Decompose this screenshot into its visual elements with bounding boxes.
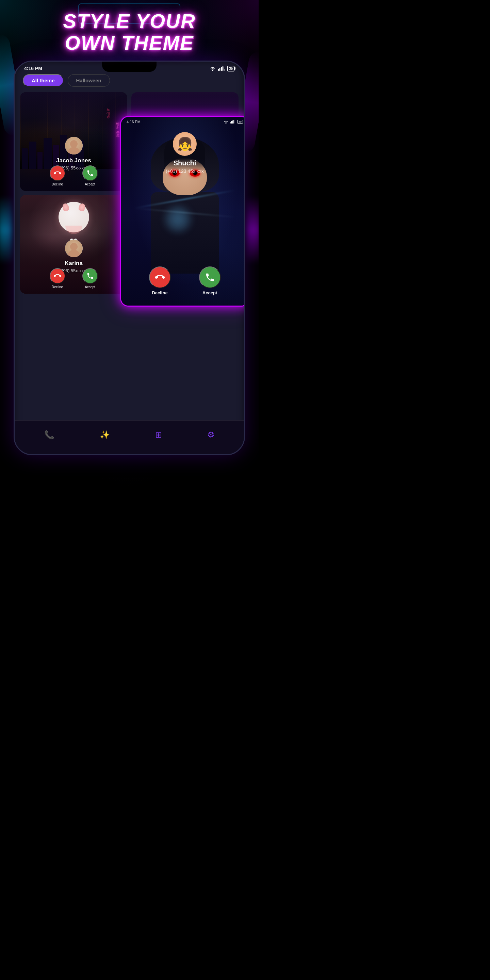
anime-avatar-emoji: 👧 <box>177 137 193 151</box>
phone-container: 4:16 PM 35 All theme Hallowe <box>14 60 245 455</box>
anime-accept-group: Accept <box>199 266 221 295</box>
decline-phone-icon <box>54 169 61 177</box>
karina-name: Karina <box>20 260 127 267</box>
karina-decline-icon <box>54 272 61 280</box>
anime-accept-phone-icon <box>205 272 215 282</box>
jacob-decline-group: Decline <box>50 165 65 186</box>
anime-decline-button[interactable] <box>149 266 171 288</box>
karina-call-buttons: Decline Accept <box>20 268 127 289</box>
anime-decline-phone-icon <box>155 272 165 282</box>
jacob-decline-button[interactable] <box>50 165 65 181</box>
svg-rect-3 <box>222 66 223 71</box>
nav-theme[interactable]: ✨ <box>100 430 110 440</box>
bottom-navigation: 📞 ✨ ⊞ ⚙ <box>14 420 244 454</box>
settings-nav-icon: ⚙ <box>207 430 215 440</box>
anime-status-time: 4:16 PM <box>127 120 140 124</box>
accept-phone-icon <box>86 169 94 177</box>
svg-rect-2 <box>221 67 222 71</box>
anime-wifi-icon <box>224 120 228 124</box>
jacob-name: Jacob Jones <box>20 157 127 164</box>
jacob-call-buttons: Decline Accept <box>20 165 127 186</box>
signal-icon <box>218 66 225 71</box>
phone-notch <box>102 62 156 72</box>
anime-accept-button[interactable] <box>199 266 221 288</box>
svg-rect-4 <box>224 69 225 71</box>
anime-decline-group: Decline <box>149 266 171 295</box>
anime-status-bar: 4:16 PM 35 <box>121 117 245 125</box>
svg-rect-0 <box>218 69 219 71</box>
jacob-accept-label: Accept <box>85 182 95 186</box>
tab-all-theme[interactable]: All theme <box>23 74 64 87</box>
status-icons: 35 <box>210 66 234 72</box>
nav-call[interactable]: 📞 <box>44 430 54 440</box>
phone-frame: 4:16 PM 35 All theme Hallowe <box>14 60 245 455</box>
nav-settings[interactable]: ⚙ <box>207 430 215 440</box>
karina-decline-label: Decline <box>52 285 63 289</box>
svg-rect-7 <box>232 121 233 124</box>
anime-contact-info: Shuchi (+01) 123 45x xxx <box>121 159 245 174</box>
tab-halloween[interactable]: Halloween <box>68 74 110 87</box>
header: STYLE YOUR OWN THEME <box>0 0 259 60</box>
karina-accept-group: Accept <box>82 268 98 289</box>
jacob-avatar-image <box>65 137 83 154</box>
karina-decline-button[interactable] <box>50 268 65 284</box>
tab-bar: All theme Halloween <box>14 74 244 92</box>
svg-rect-5 <box>230 122 231 124</box>
neon-side-left <box>0 196 12 264</box>
karina-decline-group: Decline <box>50 268 65 289</box>
call-nav-icon: 📞 <box>44 430 54 440</box>
wifi-icon <box>210 66 216 71</box>
neon-sign-2: 노래방 <box>105 106 110 116</box>
anime-avatar: 👧 <box>173 132 197 156</box>
karina-accept-label: Accept <box>85 285 95 289</box>
jacob-avatar <box>65 137 83 154</box>
status-time: 4:16 PM <box>24 66 42 71</box>
anime-battery: 35 <box>237 120 243 124</box>
svg-rect-6 <box>231 121 232 124</box>
jacob-decline-label: Decline <box>52 182 63 186</box>
karina-accept-button[interactable] <box>82 268 98 284</box>
anime-avatar-container: 👧 Shuchi (+01) 123 45x xxx <box>121 132 245 174</box>
anime-contact-number: (+01) 123 45x xxx <box>121 169 245 174</box>
anime-call-buttons: Decline Accept <box>121 266 245 295</box>
anime-overlay-card[interactable]: 4:16 PM 35 <box>120 116 245 307</box>
karina-avatar <box>65 240 83 257</box>
neon-sign: 벤허 룸크 <box>115 119 121 135</box>
theme-card-karina[interactable]: 🤍 Karina (406) 55x-xxxx Decline <box>20 195 127 294</box>
anime-accept-label: Accept <box>202 290 217 295</box>
anime-status-icons: 35 <box>224 120 243 124</box>
karina-avatar-image <box>65 240 83 257</box>
neon-side-right <box>247 196 259 264</box>
anime-decline-label: Decline <box>152 290 167 295</box>
jacob-accept-group: Accept <box>82 165 98 186</box>
theme-nav-icon: ✨ <box>100 430 110 440</box>
svg-rect-8 <box>234 120 234 124</box>
anime-contact-name: Shuchi <box>121 159 245 167</box>
svg-rect-1 <box>219 68 220 71</box>
karina-accept-icon <box>86 272 94 280</box>
screen-nav-icon: ⊞ <box>155 430 162 440</box>
battery-icon: 35 <box>227 66 234 72</box>
jacob-accept-button[interactable] <box>82 165 98 181</box>
page-title: STYLE YOUR OWN THEME <box>0 10 259 54</box>
anime-signal-icon <box>230 120 236 124</box>
nav-screen[interactable]: ⊞ <box>155 430 162 440</box>
theme-card-jacob[interactable]: 벤허 룸크 노래방 Jacob Jones (406) 55x-xxxx <box>20 92 127 191</box>
